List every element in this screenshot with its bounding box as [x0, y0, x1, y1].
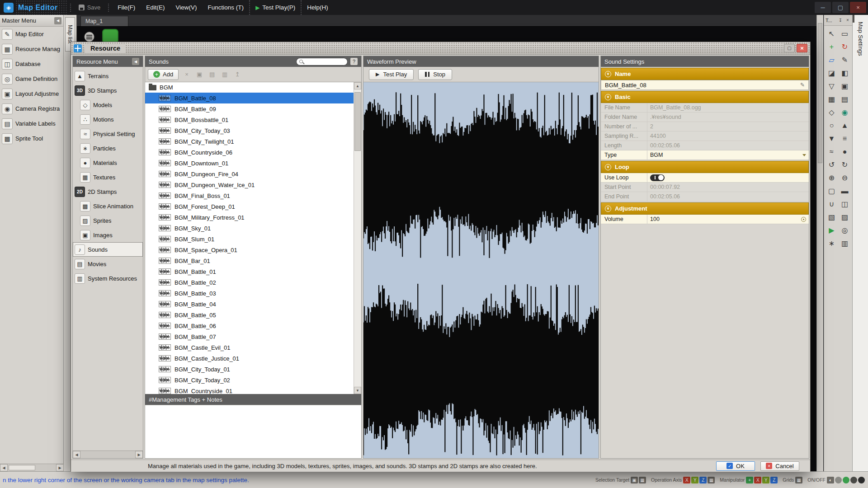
ruler-icon[interactable]: ▬ [838, 184, 851, 197]
resource-menu-item[interactable]: ▩ Slice Animation [73, 199, 143, 213]
sound-row[interactable]: BGM_Sky_01 [145, 223, 354, 234]
sound-row[interactable]: BGM_Final_Boss_01 [145, 190, 354, 201]
master-menu-item[interactable]: ▦ Resource Manag [0, 42, 63, 56]
scroll-thumb[interactable] [9, 465, 35, 470]
use-loop-toggle[interactable] [650, 174, 665, 181]
sound-row[interactable]: BGM_Dungeon_Fire_04 [145, 169, 354, 179]
resource-menu-item[interactable]: ▣ Images [73, 228, 143, 242]
resource-menu-item[interactable]: ▨ Sprites [73, 213, 143, 228]
menu-item[interactable]: ▶ Help(H) [301, 0, 334, 15]
sound-row[interactable]: BGM_City_Today_03 [145, 125, 354, 136]
add-button[interactable]: + Add [148, 69, 179, 80]
sound-row[interactable]: BGM_Battle_09 [145, 103, 354, 114]
list-overlay-icon[interactable] [84, 32, 94, 42]
close-icon[interactable]: × [844, 17, 851, 23]
resource-menu-item[interactable]: ▲ Terrains [73, 69, 143, 83]
paint-icon[interactable]: ● [838, 145, 851, 158]
flatten-icon[interactable]: ≡ [838, 132, 851, 145]
scroll-track[interactable] [80, 451, 135, 458]
rect-select-icon[interactable]: ▭ [838, 27, 851, 40]
smooth-icon[interactable]: ≈ [825, 145, 838, 158]
scroll-up-icon[interactable]: ▲ [354, 82, 361, 89]
resource-menu-item[interactable]: ▦ Textures [73, 170, 143, 184]
resource-menu-item[interactable]: ▤ Movies [73, 257, 143, 271]
eraser-icon[interactable]: ◪ [825, 66, 838, 80]
status-item[interactable]: Y [691, 477, 698, 483]
status-item[interactable] [843, 477, 849, 483]
menu-item[interactable]: ▶ File(F) [112, 0, 141, 15]
maximize-button[interactable]: ▢ [832, 2, 849, 13]
status-item[interactable] [835, 477, 842, 483]
light-icon[interactable]: ○ [825, 119, 838, 132]
sound-row[interactable]: BGM_Battle_02 [145, 277, 354, 288]
sound-row[interactable]: BGM_Space_Opera_01 [145, 244, 354, 255]
master-menu-item[interactable]: ▩ Sprite Tool [0, 131, 63, 146]
scroll-thumb[interactable] [354, 92, 361, 151]
notes-area[interactable] [145, 405, 361, 458]
trash-icon[interactable]: ▥ [838, 237, 851, 250]
resource-menu-item[interactable]: ● Materials [73, 155, 143, 170]
pan-icon[interactable]: ▢ [825, 184, 838, 197]
export-icon[interactable]: ↥ [231, 69, 243, 80]
status-item[interactable]: ▦ [708, 477, 715, 483]
resource-menu-hscrollbar[interactable]: ◀ ▶ [73, 450, 143, 458]
dropdown-icon[interactable] [802, 154, 806, 158]
visibility-icon[interactable]: ◎ [838, 224, 851, 237]
section-header-basic[interactable]: ∨ Basic [601, 91, 809, 103]
pin-icon[interactable]: ↧ [837, 17, 844, 23]
zoom-in-icon[interactable]: ⊕ [825, 171, 838, 184]
master-menu-hscrollbar[interactable]: ◀ ▶ [0, 464, 64, 471]
collapse-left-icon[interactable]: ◀ [132, 58, 139, 65]
fill-icon[interactable]: ◧ [838, 66, 851, 80]
cube-icon[interactable]: ◇ [825, 106, 838, 119]
sound-row[interactable]: BGM_Bossbattle_01 [145, 114, 354, 125]
master-menu-item[interactable]: ◎ Game Definition [0, 71, 63, 86]
zoom-out-icon[interactable]: ⊖ [838, 171, 851, 184]
resource-menu-item[interactable]: ∴ Motions [73, 112, 143, 127]
trash-icon[interactable]: ▥ [219, 69, 231, 80]
sound-row[interactable]: BGM_Dungeon_Water_Ice_01 [145, 179, 354, 190]
resource-menu-item[interactable]: ◇ Models [73, 98, 143, 112]
map-settings-strip[interactable]: Map Settings [852, 15, 868, 471]
status-item[interactable]: ◐ [827, 477, 834, 483]
scroll-track[interactable] [8, 464, 56, 471]
resource-menu-item[interactable]: ≈ Physical Setting [73, 127, 143, 141]
sound-row[interactable]: BGM_City_Today_01 [145, 364, 354, 375]
group-icon[interactable]: ▧ [825, 211, 838, 224]
resource-menu-item[interactable]: ∗ Particles [73, 141, 143, 155]
lower-terrain-icon[interactable]: ▼ [825, 132, 838, 145]
select-icon[interactable]: ↖ [825, 27, 838, 40]
scroll-thumb[interactable] [818, 23, 822, 163]
sound-row[interactable]: BGM_City_Today_02 [145, 375, 354, 385]
collapse-left-icon[interactable]: ◀ [54, 17, 61, 24]
sound-row[interactable]: BGM_Battle_08 [145, 93, 354, 103]
restore-button[interactable]: ▢ [784, 44, 795, 52]
minimize-button[interactable]: ─ [815, 2, 831, 13]
eyedropper-icon[interactable]: ▽ [825, 80, 838, 93]
name-field[interactable]: BGM_Battle_08 ✎ [601, 80, 809, 90]
resource-window-titlebar[interactable]: Resource ▢ × [71, 42, 810, 55]
search-input[interactable] [305, 59, 341, 64]
sound-row[interactable]: BGM_Downtown_01 [145, 158, 354, 169]
folder-row[interactable]: BGM [145, 82, 354, 93]
save-button[interactable]: Save [74, 0, 105, 15]
camera-icon[interactable]: ◉ [838, 106, 851, 119]
section-header-loop[interactable]: ∨ Loop [601, 161, 809, 173]
sound-row[interactable]: BGM_Battle_05 [145, 310, 354, 320]
status-item[interactable]: X [754, 477, 761, 483]
status-item[interactable]: + [746, 477, 753, 483]
sound-row[interactable]: BGM_Forest_Deep_01 [145, 201, 354, 212]
master-menu-item[interactable]: ▣ Layout Adjustme [0, 86, 63, 101]
sound-row[interactable]: BGM_Slum_01 [145, 234, 354, 244]
cancel-button[interactable]: × Cancel [760, 461, 799, 471]
mirror-icon[interactable]: ◫ [838, 197, 851, 211]
sound-row[interactable]: BGM_Countryside_01 [145, 385, 354, 394]
menu-item[interactable]: ▶ Functions (T) [203, 0, 250, 15]
master-menu-item[interactable]: ✎ Map Editor [0, 27, 63, 42]
section-header-adjustment[interactable]: ∨ Adjustment [601, 202, 809, 215]
settings-icon[interactable]: ∗ [825, 237, 838, 250]
remove-icon[interactable]: × [181, 69, 193, 80]
sound-row[interactable]: BGM_Military_Fortress_01 [145, 212, 354, 223]
master-menu-item[interactable]: ▤ Variable Labels [0, 116, 63, 131]
volume-value[interactable]: 100 [647, 215, 809, 224]
